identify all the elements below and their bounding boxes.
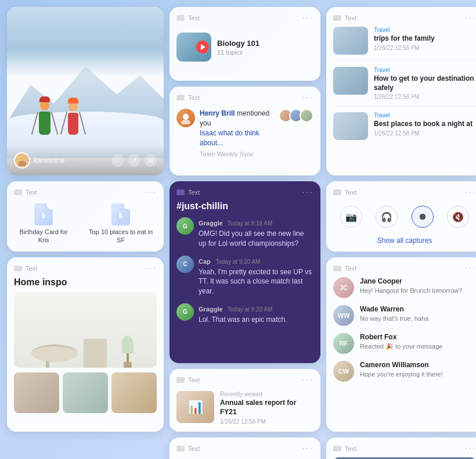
mention-card: Text ··· Henry Brill mentioned you Isaac… — [170, 87, 320, 175]
inspo-main-scene — [14, 292, 157, 368]
file-icon-2: 📄 — [111, 203, 130, 225]
grid-icon — [176, 189, 185, 195]
mention-card-header: Text ··· — [170, 87, 320, 106]
chat-text-2: Yeah, I'm pretty excited to see UP vs TT… — [199, 267, 313, 296]
captures-menu-dots[interactable]: ··· — [465, 187, 476, 198]
biology-menu-dots[interactable]: ··· — [302, 13, 313, 23]
play-arrow-icon — [201, 44, 205, 50]
chat-header-label: Text — [176, 189, 200, 196]
travel-item-1: Travel trips for the family 1/26/22 12:5… — [333, 27, 476, 61]
travel-title-3: Best places to book a night at — [374, 120, 473, 129]
inspo-card: Text ··· Home inspo — [7, 257, 164, 432]
travel-img-3 — [333, 112, 368, 140]
message-item-1[interactable]: JC Jane Cooper Hey! Hangout for Brunch t… — [333, 277, 476, 298]
grid-icon — [14, 266, 22, 271]
biology-info: Biology 101 11 topics — [217, 39, 259, 56]
mention-team: Team Weekly Sync — [200, 150, 279, 157]
mute-icon[interactable]: 🔇 — [447, 206, 469, 228]
play-button[interactable] — [196, 41, 209, 53]
messages-menu-dots[interactable]: ··· — [465, 263, 476, 274]
message-item-2[interactable]: WW Wade Warren No way that's true, haha — [333, 305, 476, 326]
files-header-label: Text — [14, 189, 37, 196]
record-icon[interactable]: ⏺ — [412, 206, 434, 228]
travel-header-label: Text — [333, 15, 356, 21]
travel-thumb-2 — [333, 67, 368, 95]
captures-icons-row: 📷 🎧 ⏺ 🔇 — [326, 201, 476, 232]
plant-leaf — [122, 336, 134, 353]
msg-name-4: Cameron Williamson — [360, 361, 443, 369]
message-item-3[interactable]: RF Robert Fox Reacted 🎉 to your message — [333, 333, 476, 354]
inspo-menu-dots[interactable]: ··· — [146, 263, 157, 274]
chat-menu-dots[interactable]: ··· — [302, 187, 313, 198]
file-item-1[interactable]: 📄 Birthday Card for Kris — [14, 203, 73, 245]
audio-icon[interactable]: 🎧 — [376, 206, 398, 228]
biology-content: Biology 101 11 topics — [170, 27, 320, 70]
grid-icon — [176, 95, 185, 101]
grid-icon — [333, 15, 341, 21]
msg-name-1: Jane Cooper — [360, 277, 462, 285]
heart-icon[interactable]: ♡ — [111, 154, 124, 167]
msg-info-3: Robert Fox Reacted 🎉 to your message — [360, 333, 442, 350]
travel-title-1: trips for the family — [374, 34, 435, 44]
mentioner-name: Henry Brill — [200, 109, 235, 117]
chat-avatar-graggle-2: G — [176, 303, 194, 321]
msg-text-1: Hey! Hangout for Brunch tomorrow? — [360, 286, 462, 295]
travel-img-1 — [333, 27, 368, 55]
mountain-menu-dots[interactable]: ··· — [465, 443, 476, 454]
chat-card-header: Text ··· — [170, 181, 320, 201]
mention-menu-dots[interactable]: ··· — [302, 92, 313, 103]
travel-title-2: How to get to your destination safely — [374, 74, 476, 92]
inspo-plant — [122, 336, 134, 368]
inspo-main-image — [14, 292, 157, 368]
mountain-sky — [333, 457, 476, 459]
inspo-thumb-1 — [14, 372, 59, 413]
msg-text-2: No way that's true, haha — [360, 314, 428, 322]
mountain-photo — [333, 457, 476, 459]
chat-msg-2: C Cap Today at 9:20 AM Yeah, I'm pretty … — [176, 256, 313, 296]
team-avatars — [279, 109, 313, 123]
report-info: Recently viewed Annual sales report for … — [220, 391, 313, 424]
report-card-header: Text ··· — [170, 369, 320, 389]
bookmark-icon[interactable]: ⊞ — [144, 154, 157, 167]
mountain-header-label: Text — [333, 445, 356, 452]
cassette-content — [170, 457, 320, 459]
inspo-chair — [84, 339, 107, 368]
chat-text-1: OMG! Did you all see the new line up for… — [199, 229, 313, 249]
grid-icon — [14, 189, 22, 195]
file-item-2[interactable]: 📄 Top 10 places to eat in SF — [85, 203, 157, 245]
chat-avatar-graggle-1: G — [176, 217, 194, 235]
plant-pot — [124, 362, 132, 368]
report-menu-dots[interactable]: ··· — [302, 375, 313, 385]
files-menu-dots[interactable]: ··· — [146, 187, 157, 198]
grid-icon — [333, 189, 341, 195]
msg-name-2: Wade Warren — [360, 305, 428, 313]
travel-menu-dots[interactable]: ··· — [465, 13, 476, 23]
travel-card: Text ··· Travel trips for the family 1/2… — [326, 7, 476, 175]
message-item-4[interactable]: CW Cameron Williamson Hope you're enjoyi… — [333, 361, 476, 382]
report-thumbnail: 📊 — [176, 391, 214, 423]
mountain-card-header: Text ··· — [326, 438, 476, 457]
messages-header-label: Text — [333, 265, 356, 272]
msg-info-2: Wade Warren No way that's true, haha — [360, 305, 428, 322]
chat-channel-name: #just-chillin — [170, 201, 320, 217]
captures-header-label: Text — [333, 189, 356, 196]
chat-name-1: Graggle Today at 9:18 AM — [199, 217, 313, 228]
cassette-card: Text ··· — [170, 438, 320, 459]
svg-point-0 — [20, 157, 24, 162]
travel-date-3: 1/26/22 12:58 PM — [374, 130, 473, 137]
msg-text-4: Hope you're enjoying it there! — [360, 370, 443, 378]
cassette-card-header: Text ··· — [170, 438, 320, 457]
camera-icon[interactable]: 📷 — [340, 206, 362, 228]
doc-icon-2: 📄 — [118, 213, 124, 218]
cassette-menu-dots[interactable]: ··· — [302, 443, 313, 454]
photo-user-row: karenntne — [14, 152, 64, 168]
chat-msg-1: G Graggle Today at 9:18 AM OMG! Did you … — [176, 217, 313, 249]
msg-avatar-jane: JC — [333, 277, 354, 298]
share-icon[interactable]: ↗ — [128, 154, 140, 167]
inspo-header-label: Text — [14, 265, 37, 272]
travel-category-2: Travel — [374, 67, 476, 73]
inspo-photo-grid — [14, 372, 157, 413]
file-icon-1: 📄 — [34, 203, 53, 225]
show-all-link[interactable]: Show all captures — [377, 236, 432, 245]
files-card: Text ··· 📄 Birthday Card for Kris 📄 Top … — [7, 181, 164, 252]
